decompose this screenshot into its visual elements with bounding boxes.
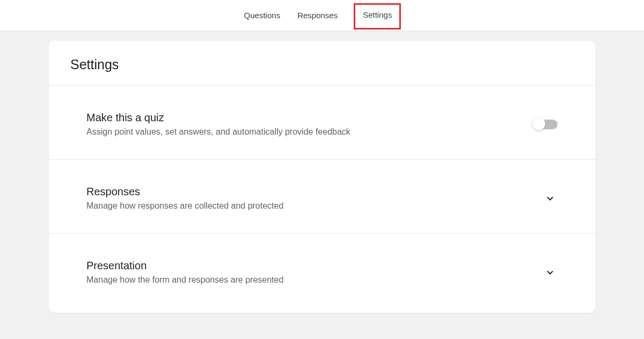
section-quiz-text: Make this a quiz Assign point values, se… [86, 112, 534, 137]
section-responses-text: Responses Manage how responses are colle… [86, 186, 543, 211]
tab-questions[interactable]: Questions [243, 8, 282, 23]
section-responses[interactable]: Responses Manage how responses are colle… [49, 160, 595, 234]
page-title: Settings [49, 41, 595, 86]
section-quiz-title: Make this a quiz [86, 112, 534, 124]
settings-card: Settings Make this a quiz Assign point v… [49, 41, 595, 313]
tab-settings-highlight: Settings [354, 3, 401, 30]
top-tab-bar: Questions Responses Settings [0, 0, 644, 31]
tab-responses[interactable]: Responses [296, 8, 339, 23]
section-quiz-desc: Assign point values, set answers, and au… [86, 127, 534, 137]
section-responses-title: Responses [86, 186, 543, 198]
chevron-down-icon[interactable] [543, 191, 558, 206]
section-presentation-text: Presentation Manage how the form and res… [86, 260, 543, 285]
tabs-container: Questions Responses Settings [243, 1, 401, 30]
section-presentation[interactable]: Presentation Manage how the form and res… [49, 234, 595, 307]
tab-settings[interactable]: Settings [363, 10, 392, 19]
section-presentation-desc: Manage how the form and responses are pr… [86, 275, 543, 285]
section-responses-desc: Manage how responses are collected and p… [86, 201, 543, 211]
section-quiz: Make this a quiz Assign point values, se… [49, 86, 595, 160]
quiz-toggle[interactable] [534, 120, 558, 129]
section-presentation-title: Presentation [86, 260, 543, 272]
chevron-down-icon[interactable] [543, 265, 558, 280]
quiz-toggle-knob [532, 117, 545, 130]
